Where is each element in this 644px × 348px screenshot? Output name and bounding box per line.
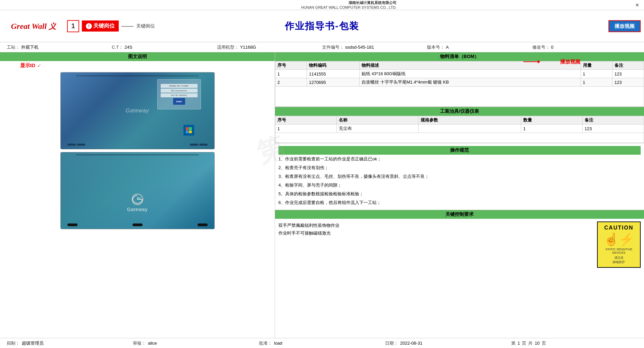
tools-section: 工装治具/仪器仪表 序号 名称 规格参数 数量 备注 1无尘布1123 [275,107,644,143]
table-row: 1无尘布1123 [275,125,644,133]
left-panel: 图文说明 显示ID ↓ MODEL NO: Y1168G SN: xxxxxxx… [0,52,275,338]
ct-info: C.T： 24S [112,44,217,50]
right-panel: 物料清单（BOM） 序号 物料编码 物料描述 用量 备注 11141555贴纸 … [275,52,644,338]
list-item: 4、检验字间、屏与壳子的间隙； [278,181,641,190]
gateway-logo: Gateway [127,193,148,212]
key-position-button[interactable]: ! 关键岗位 [82,20,119,32]
key-control-header: 关键控制要求 [275,210,644,219]
bom-section-header: 物料清单（BOM） [275,52,644,61]
bom-col-seq: 序号 [275,61,307,70]
laptop-image-2: Gateway [60,152,215,229]
version-info: 版本号： A [427,44,532,50]
tools-col-note: 备注 [582,116,644,125]
bom-col-code: 物料编码 [307,61,360,70]
ops-content: 1、作业前需要检查前一工站的作业是否正确且已ok；2、检查壳子有没有划伤；3、检… [278,155,641,207]
step-badge: 1 [67,20,79,32]
title-bar: 湖南长城计算机系统有限公司 HUNAN GREAT WALL COMPUTER … [0,0,644,10]
header: Great Wall 义 1 ! 关键岗位 —— 关键岗位 作业指导书-包装 播… [0,10,644,42]
close-button[interactable]: ✕ [634,2,641,8]
tools-col-spec: 规格参数 [419,116,521,125]
play-video-button[interactable]: 播放视频 [608,20,641,32]
key-badge-area: 1 ! 关键岗位 —— 关键岗位 [67,20,155,32]
draft-info: 拟制： 超级管理员 [7,340,133,346]
station-info: 工站： 外观下机 [7,44,112,50]
approve-info: 批准： load [259,340,385,346]
logo-text: Great Wall 义 [11,22,56,30]
caution-box: CAUTION ☝⚡ STATIC SENSITIVE DEVICES 请注意 … [597,221,641,268]
page-info: 第 1 页 共 10 页 [511,340,637,346]
tools-col-qty: 数量 [521,116,582,125]
list-item: 作业时手不可接触磁镭激光 [278,229,339,237]
key-control-text: 双手严禁佩戴锐利性装饰物作业作业时手不可接触磁镭激光 [278,221,339,237]
bom-table: 序号 物料编码 物料描述 用量 备注 11141555贴纸 43*16 80G铜… [275,61,644,87]
key-control-section: 关键控制要求 双手严禁佩戴锐利性装饰物作业作业时手不可接触磁镭激光 CAUTIO… [275,210,644,270]
table-row: 21270695自攻螺丝 十字平头平尾M1.4*4mm银 镀镍 KB1123 [275,78,644,87]
company-cn: 湖南长城计算机系统有限公司 [301,0,397,5]
bom-section: 物料清单（BOM） 序号 物料编码 物料描述 用量 备注 11141555贴纸 … [275,52,644,107]
doc-info: 文件编号： ssdsd-545-181 [322,44,427,50]
display-id-label: 显示ID [20,62,35,68]
logo-area: Great Wall 义 [3,22,64,30]
bom-col-desc: 物料描述 [360,61,581,70]
laptop-image-1: MODEL NO: Y1168G SN: xxxxxxxxxxxx FCC ID… [60,72,215,149]
ops-section-header: 操作规范 [278,146,641,155]
images-section-header: 图文说明 [0,52,275,61]
key-control-body: 双手严禁佩戴锐利性装饰物作业作业时手不可接触磁镭激光 CAUTION ☝⚡ ST… [275,219,644,270]
list-item: 3、检查屏有没有尘点、毛丝、划伤等不良，摄像头有没有歪斜、尘点等不良； [278,172,641,181]
tools-section-header: 工装治具/仪器仪表 [275,107,644,116]
tools-col-name: 名称 [337,116,419,125]
list-item: 6、作业完成后需要自检，然后将组件流入下一工站； [278,198,641,207]
images-area: MODEL NO: Y1168G SN: xxxxxxxxxxxx FCC ID… [0,69,275,338]
company-en: HUNAN GREAT WALL COMPUTER SYSTEMS CO., L… [301,5,397,9]
play-video-annotation: 播放视频 [560,59,580,65]
info-bar: 工站： 外观下机 C.T： 24S 适用机型： Y1168G 文件编号： ssd… [0,42,644,52]
footer: 拟制： 超级管理员 审核： alice 批准： load 日期： 2022-08… [0,338,644,348]
annotation-arrow-line [523,61,540,62]
list-item: 5、具体的检验参数根据检验检验标准检验； [278,190,641,198]
tools-col-seq: 序号 [275,116,337,125]
main-content: 图文说明 显示ID ↓ MODEL NO: Y1168G SN: xxxxxxx… [0,52,644,338]
table-row: 11141555贴纸 43*16 80G铜版纸1123 [275,70,644,78]
tools-table: 序号 名称 规格参数 数量 备注 1无尘布1123 [275,116,644,133]
company-info: 湖南长城计算机系统有限公司 HUNAN GREAT WALL COMPUTER … [301,0,397,9]
model-info: 适用机型： Y1168G [217,44,322,50]
review-info: 审核： alice [133,340,259,346]
key-arrow: —— 关键岗位 [121,22,155,30]
main-title: 作业指导书-包装 [285,20,359,33]
gateway-icon [131,193,144,205]
bom-col-note: 备注 [612,61,644,70]
list-item: 2、检查壳子有没有划伤； [278,163,641,172]
ops-section: 操作规范 1、作业前需要检查前一工站的作业是否正确且已ok；2、检查壳子有没有划… [275,143,644,210]
list-item: 双手严禁佩戴锐利性装饰物作业 [278,221,339,229]
date-info: 日期： 2022-08-31 [385,340,511,346]
revision-info: 修改号： 0 [532,44,637,50]
list-item: 1、作业前需要检查前一工站的作业是否正确且已ok； [278,155,641,163]
bom-col-qty: 用量 [581,61,612,70]
warning-icon: ! [86,23,92,29]
caution-icon: ☝⚡ [600,232,637,246]
